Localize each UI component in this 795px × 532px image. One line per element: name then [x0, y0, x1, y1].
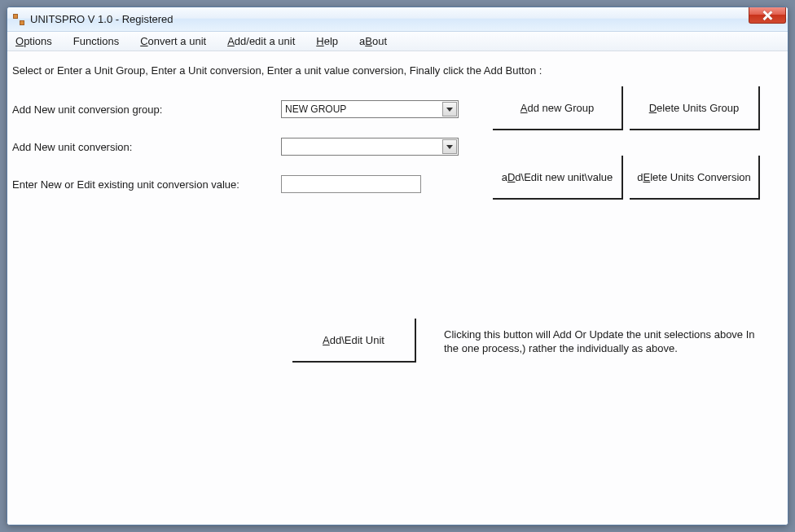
delete-group-button[interactable]: Delete Units Group [630, 86, 760, 130]
menu-about[interactable]: aBout [356, 33, 390, 49]
group-select-value: NEW GROUP [285, 103, 346, 115]
add-group-button[interactable]: Add new Group [493, 86, 623, 130]
add-edit-unit-value-button[interactable]: aDd\Edit new unit\value [493, 156, 623, 200]
label-add-conversion: Add New unit conversion: [12, 141, 281, 153]
app-window: UNITSPRO V 1.0 - Registered Options Func… [7, 7, 788, 525]
window-title: UNITSPRO V 1.0 - Registered [30, 13, 173, 25]
menu-options[interactable]: Options [12, 33, 55, 49]
titlebar[interactable]: UNITSPRO V 1.0 - Registered [7, 7, 788, 32]
client-area: Select or Enter a Unit Group, Enter a Un… [7, 51, 788, 525]
close-icon [762, 11, 772, 20]
help-text: Clicking this button will Add Or Update … [444, 328, 770, 356]
instruction-text: Select or Enter a Unit Group, Enter a Un… [12, 64, 783, 77]
delete-conversion-button[interactable]: dElete Units Conversion [630, 156, 760, 200]
chevron-down-icon[interactable] [442, 139, 457, 154]
add-edit-unit-button[interactable]: Add\Edit Unit [292, 319, 416, 363]
menu-add-edit[interactable]: Add/edit a unit [224, 33, 298, 49]
menubar: Options Functions Convert a unit Add/edi… [7, 32, 788, 51]
close-button[interactable] [749, 7, 786, 24]
menu-convert[interactable]: Convert a unit [137, 33, 209, 49]
conversion-select[interactable] [281, 138, 459, 156]
value-input[interactable] [281, 175, 421, 193]
menu-help[interactable]: Help [313, 33, 341, 49]
app-icon [12, 13, 25, 26]
label-add-group: Add New unit conversion group: [12, 103, 281, 116]
chevron-down-icon[interactable] [442, 102, 457, 117]
group-select[interactable]: NEW GROUP [281, 100, 459, 118]
menu-functions[interactable]: Functions [70, 33, 122, 49]
label-enter-value: Enter New or Edit existing unit conversi… [12, 178, 281, 191]
